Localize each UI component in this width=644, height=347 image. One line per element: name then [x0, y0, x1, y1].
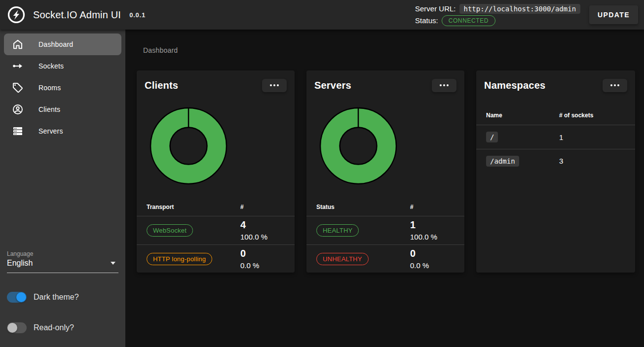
app-header: Socket.IO Admin UI 0.0.1 Server URL: htt…: [0, 0, 644, 30]
read-only-toggle[interactable]: [7, 322, 27, 333]
column-header-count: #: [410, 204, 455, 210]
language-select[interactable]: English: [7, 259, 118, 273]
unhealthy-percent: 0.0 %: [410, 261, 455, 270]
dark-theme-label: Dark theme?: [34, 293, 79, 302]
http-long-polling-percent: 0.0 %: [240, 261, 285, 270]
sidebar-item-clients[interactable]: Clients: [4, 99, 121, 120]
sidebar-settings: Language English Dark theme? Read-only?: [0, 250, 125, 347]
namespaces-table: Name # of sockets / 1 /admin 3: [476, 92, 635, 173]
main-content: Dashboard Clients: [125, 30, 644, 347]
server-icon: [12, 125, 24, 137]
table-header-row: Transport #: [137, 198, 295, 216]
sidebar-item-sockets[interactable]: Sockets: [4, 55, 121, 77]
server-url-label: Server URL:: [415, 4, 456, 13]
language-label: Language: [7, 250, 118, 257]
servers-card-title: Servers: [314, 78, 351, 92]
websocket-value: 4 100.0 %: [240, 219, 285, 242]
dark-theme-row: Dark theme?: [7, 292, 118, 303]
table-row[interactable]: / 1: [476, 125, 635, 149]
healthy-value: 1 100.0 %: [410, 219, 455, 242]
clients-transport-table: Transport # WebSocket 4 100.0 % HTTP lon…: [137, 198, 295, 273]
unhealthy-count: 0: [410, 248, 455, 259]
column-header-name: Name: [486, 112, 559, 119]
clients-card-header: Clients: [137, 70, 295, 92]
app-title: Socket.IO Admin UI: [33, 9, 121, 21]
servers-more-button[interactable]: [432, 79, 456, 92]
chevron-down-icon: [111, 262, 115, 265]
table-row: WebSocket 4 100.0 %: [137, 216, 295, 244]
sidebar-item-servers[interactable]: Servers: [4, 120, 121, 142]
servers-status-table: Status # HEALTHY 1 100.0 % UNHEALTHY: [306, 198, 464, 273]
namespace-socket-count: 1: [559, 133, 625, 141]
socket-arrow-icon: [12, 60, 24, 72]
server-url-row: Server URL: http://localhost:3000/admin: [415, 4, 580, 14]
sidebar-item-label: Dashboard: [38, 40, 73, 48]
clients-card: Clients Transport #: [137, 70, 295, 273]
dashboard-cards: Clients Transport #: [137, 70, 644, 273]
column-header-transport: Transport: [147, 204, 240, 210]
server-url-value: http://localhost:3000/admin: [459, 4, 581, 14]
servers-donut-chart: [319, 107, 397, 185]
table-row: HEALTHY 1 100.0 %: [306, 216, 464, 244]
websocket-percent: 100.0 %: [240, 232, 285, 242]
namespaces-card: Namespaces Name # of sockets / 1: [476, 70, 635, 273]
healthy-percent: 100.0 %: [410, 232, 455, 242]
servers-card-header: Servers: [306, 70, 464, 92]
namespaces-more-button[interactable]: [603, 79, 627, 92]
column-header-status: Status: [316, 204, 410, 210]
status-badge: CONNECTED: [442, 15, 495, 26]
table-header-row: Status #: [306, 198, 464, 216]
http-long-polling-value: 0 0.0 %: [240, 248, 285, 270]
sidebar-item-label: Rooms: [38, 84, 61, 92]
namespace-socket-count: 3: [559, 157, 625, 165]
clients-card-title: Clients: [145, 78, 178, 92]
clients-more-button[interactable]: [262, 79, 287, 92]
column-header-count: #: [240, 204, 285, 210]
breadcrumb: Dashboard: [143, 46, 644, 54]
language-value: English: [7, 259, 33, 268]
sidebar-item-label: Clients: [38, 105, 60, 113]
connection-info: Server URL: http://localhost:3000/admin …: [415, 4, 580, 26]
sidebar-item-label: Servers: [38, 127, 63, 135]
tag-icon: [12, 82, 24, 94]
sidebar-nav: Dashboard Sockets: [0, 30, 125, 142]
read-only-label: Read-only?: [34, 323, 74, 332]
update-button[interactable]: UPDATE: [589, 5, 638, 24]
app-version: 0.0.1: [129, 11, 146, 19]
home-icon: [12, 38, 24, 50]
column-header-sockets: # of sockets: [559, 112, 625, 119]
http-long-polling-badge: HTTP long-polling: [147, 253, 212, 265]
table-header-row: Name # of sockets: [476, 112, 635, 125]
status-row: Status: CONNECTED: [415, 15, 495, 26]
sidebar: Dashboard Sockets: [0, 30, 125, 347]
table-row: UNHEALTHY 0 0.0 %: [306, 244, 464, 273]
account-circle-icon: [12, 104, 24, 115]
websocket-badge: WebSocket: [147, 224, 193, 237]
status-label: Status:: [415, 16, 438, 25]
read-only-row: Read-only?: [7, 322, 118, 333]
websocket-count: 4: [240, 219, 285, 231]
sidebar-item-dashboard[interactable]: Dashboard: [4, 34, 121, 55]
table-row[interactable]: /admin 3: [476, 149, 635, 173]
servers-card: Servers Status #: [306, 70, 464, 273]
clients-donut-chart: [150, 107, 227, 185]
read-only-toggle-knob: [7, 323, 17, 333]
dark-theme-toggle-knob: [16, 292, 26, 302]
unhealthy-value: 0 0.0 %: [410, 248, 455, 270]
namespaces-card-header: Namespaces: [476, 70, 635, 92]
namespace-chip: /: [486, 132, 498, 142]
http-long-polling-count: 0: [240, 248, 285, 259]
table-row: HTTP long-polling 0 0.0 %: [137, 244, 295, 273]
body-row: Dashboard Sockets: [0, 30, 644, 347]
namespaces-card-title: Namespaces: [484, 78, 545, 92]
unhealthy-badge: UNHEALTHY: [316, 253, 369, 265]
healthy-count: 1: [410, 219, 455, 231]
socketio-logo-icon: [7, 5, 26, 24]
app-root: Socket.IO Admin UI 0.0.1 Server URL: htt…: [0, 0, 644, 347]
sidebar-item-rooms[interactable]: Rooms: [4, 77, 121, 99]
namespace-chip: /admin: [486, 156, 519, 167]
sidebar-item-label: Sockets: [38, 62, 64, 70]
healthy-badge: HEALTHY: [316, 224, 359, 237]
dark-theme-toggle[interactable]: [7, 292, 27, 303]
